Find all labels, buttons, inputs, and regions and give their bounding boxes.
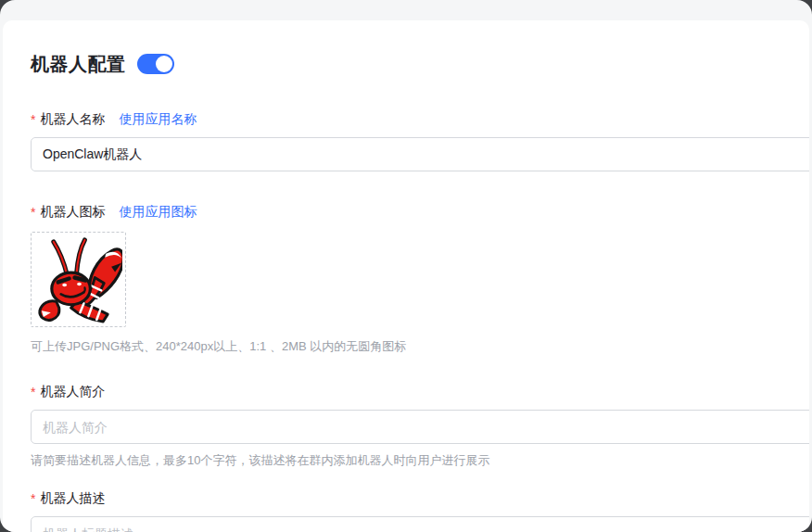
bot-intro-input[interactable] [31,410,809,444]
bot-icon-image [34,235,122,323]
bot-config-panel: 机器人配置 * 机器人名称 使用应用名称 * 机器人图标 使用应用图标 [3,20,809,532]
bot-name-label: 机器人名称 [40,111,105,128]
icon-upload-hint: 可上传JPG/PNG格式、240*240px以上、1:1 、2MB 以内的无圆角… [31,338,809,355]
bot-desc-input[interactable] [31,516,809,532]
bot-icon-label-row: * 机器人图标 使用应用图标 [31,203,809,222]
use-app-icon-link[interactable]: 使用应用图标 [119,204,197,221]
required-marker: * [31,205,35,220]
toggle-knob [156,56,172,72]
bot-enable-toggle[interactable] [137,54,174,74]
required-marker: * [31,491,35,506]
lobster-icon [34,235,122,323]
bot-desc-label-row: * 机器人描述 [31,489,809,508]
use-app-name-link[interactable]: 使用应用名称 [119,111,197,128]
bot-icon-label: 机器人图标 [40,204,105,221]
required-marker: * [31,112,35,127]
bot-intro-label: 机器人简介 [40,384,105,400]
app-window: 机器人配置 * 机器人名称 使用应用名称 * 机器人图标 使用应用图标 [0,0,812,532]
bot-desc-label: 机器人描述 [40,490,105,507]
required-marker: * [31,385,35,399]
bot-name-input[interactable] [31,137,809,171]
page-title: 机器人配置 [31,51,126,77]
bot-intro-label-row: * 机器人简介 [31,383,809,401]
page-header: 机器人配置 [31,51,809,77]
bot-name-label-row: * 机器人名称 使用应用名称 [31,110,809,129]
bot-icon-upload[interactable] [31,232,126,327]
intro-hint: 请简要描述机器人信息，最多10个字符，该描述将在群内添加机器人时向用户进行展示 [31,452,809,469]
